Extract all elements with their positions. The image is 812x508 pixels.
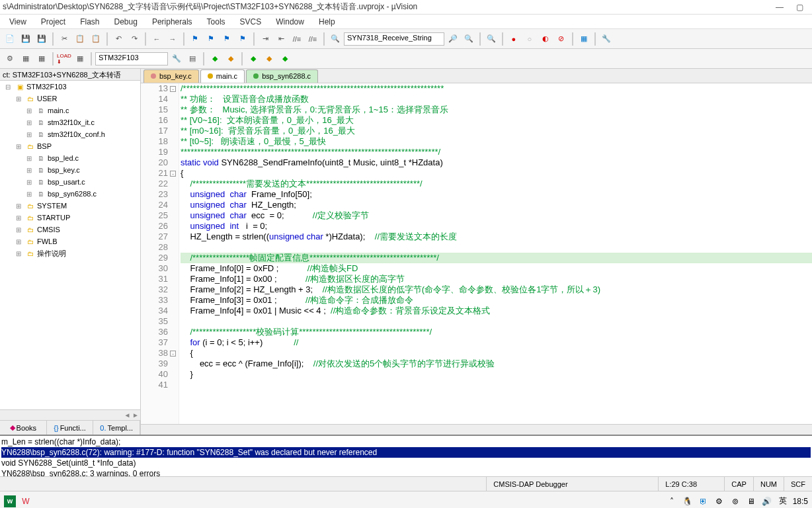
expand-icon[interactable]: ⊞ xyxy=(24,177,34,187)
tray-gear-icon[interactable]: ⚙ xyxy=(713,495,725,507)
code-line[interactable]: /***************************************… xyxy=(181,83,812,94)
expand-icon[interactable]: ⊞ xyxy=(24,165,34,175)
manage-icon[interactable]: ▤ xyxy=(185,52,200,66)
tray-network-icon[interactable]: ⊚ xyxy=(729,495,741,507)
configure-icon[interactable]: 🔧 xyxy=(599,32,614,46)
breakpoint-enable-icon[interactable]: ◐ xyxy=(538,32,553,46)
expand-icon[interactable]: ⊞ xyxy=(13,225,24,234)
code-line[interactable]: /*****************帧固定配置信息***************… xyxy=(181,253,812,263)
code-line[interactable]: Frame_Info[3] = 0x01 ; //构造命令字：合成播放命令 xyxy=(181,295,812,306)
save-icon[interactable]: 💾 xyxy=(19,32,33,46)
code-line[interactable]: ** [m0~16]: 背景音乐音量，0_最小，16_最大 xyxy=(181,126,812,136)
tree-item[interactable]: ⊞🗎bsp_led.c xyxy=(0,152,140,164)
target-options-icon[interactable]: 🔧 xyxy=(169,52,184,66)
tray-time[interactable]: 18:5 xyxy=(793,497,808,506)
code-line[interactable]: /****************需要发送的文本****************… xyxy=(181,179,812,189)
code-line[interactable]: ****************************************… xyxy=(181,147,812,157)
sidebar-tab-templates[interactable]: 0.Templ... xyxy=(93,421,140,435)
target-combo[interactable]: STM32F103 xyxy=(95,52,168,65)
rebuild-icon[interactable]: ▦ xyxy=(34,52,49,66)
minimize-button[interactable]: — xyxy=(770,3,790,12)
code-line[interactable]: Frame_Info[2] = HZ_Length + 3; //构造数据区长度… xyxy=(181,284,812,295)
project-tree[interactable]: ⊟▣STM32F103⊞🗀USER⊞🗎main.c⊞🗎stm32f10x_it.… xyxy=(0,81,140,409)
tree-item[interactable]: ⊟▣STM32F103 xyxy=(0,81,140,93)
code-line[interactable]: Frame_Info[1] = 0x00 ; //构造数据区长度的高字节 xyxy=(181,274,812,284)
expand-icon[interactable]: ⊞ xyxy=(13,201,24,210)
menu-project[interactable]: Project xyxy=(34,16,72,28)
expand-icon[interactable]: ⊞ xyxy=(13,213,24,222)
sidebar-tab-books[interactable]: ◆Books xyxy=(0,421,47,435)
code-line[interactable]: ** 功能： 设置语音合成播放函数 xyxy=(181,94,812,105)
tab-bsp-key[interactable]: bsp_key.c xyxy=(143,69,199,83)
pack-installer-icon[interactable]: ◆ xyxy=(246,52,261,66)
breakpoint-icon[interactable]: ● xyxy=(507,32,521,46)
bookmark-icon[interactable]: ⚑ xyxy=(188,32,202,46)
menu-flash[interactable]: Flash xyxy=(73,16,106,28)
tray-up-icon[interactable]: ˄ xyxy=(666,495,678,507)
code-line[interactable]: unsigned char Frame_Info[50]; xyxy=(181,189,812,200)
window-layout-icon[interactable]: ▦ xyxy=(577,32,591,46)
tray-monitor-icon[interactable]: 🖥 xyxy=(745,495,757,507)
tree-item[interactable]: ⊞🗎stm32f10x_it.c xyxy=(0,116,140,128)
expand-icon[interactable]: ⊞ xyxy=(13,94,24,103)
taskbar-app-icon[interactable]: W xyxy=(4,495,16,507)
expand-icon[interactable]: ⊞ xyxy=(13,142,24,151)
pack-icon2[interactable]: ◆ xyxy=(278,52,292,66)
breakpoint-kill-icon[interactable]: ⊘ xyxy=(554,32,569,46)
menu-peripherals[interactable]: Peripherals xyxy=(145,16,199,28)
select-pack-icon[interactable]: ◆ xyxy=(223,52,238,66)
tree-item[interactable]: ⊞🗎bsp_usart.c xyxy=(0,176,140,188)
code-line[interactable]: ** [V0~16]: 文本朗读音量，0_最小，16_最大 xyxy=(181,115,812,126)
nav-fwd-icon[interactable]: → xyxy=(165,32,180,46)
maximize-button[interactable]: ▢ xyxy=(790,3,809,12)
fold-icon[interactable]: - xyxy=(170,351,176,357)
pack-icon[interactable]: ◆ xyxy=(262,52,276,66)
find-combo[interactable]: SYN7318_Receive_String xyxy=(344,32,444,46)
debug-icon[interactable]: 🔍 xyxy=(484,32,499,46)
expand-icon[interactable]: ⊞ xyxy=(24,189,34,198)
code-line[interactable] xyxy=(181,380,812,390)
outdent-icon[interactable]: ⇤ xyxy=(274,32,288,46)
tray-shield-icon[interactable]: ⛨ xyxy=(698,495,710,507)
code-line[interactable]: static void SYN6288_SendFrameInfo(uint8_… xyxy=(181,157,812,168)
uncomment-icon[interactable]: //≡ xyxy=(305,32,320,46)
code-line[interactable]: ecc = ecc ^ (Frame_Info[i]); //对依次发送的5个帧… xyxy=(181,359,812,369)
code-line[interactable]: ** [t0~5]: 朗读语速，0_最慢，5_最快 xyxy=(181,136,812,147)
tree-item[interactable]: ⊞🗎bsp_syn6288.c xyxy=(0,188,140,200)
batch-build-icon[interactable]: ▦ xyxy=(73,52,87,66)
manage-rte-icon[interactable]: ◆ xyxy=(208,52,222,66)
tree-item[interactable]: ⊞🗀CMSIS xyxy=(0,224,140,235)
expand-icon[interactable]: ⊞ xyxy=(24,130,34,139)
code-line[interactable]: Frame_Info[4] = 0x01 | Music << 4 ; //构造… xyxy=(181,306,812,316)
breakpoint-disable-icon[interactable]: ○ xyxy=(522,32,537,46)
tree-item[interactable]: ⊞🗀BSP xyxy=(0,140,140,152)
tree-item[interactable]: ⊞🗀STARTUP xyxy=(0,212,140,224)
indent-icon[interactable]: ⇥ xyxy=(258,32,272,46)
tree-item[interactable]: ⊞🗀USER xyxy=(0,93,140,105)
bookmark-prev-icon[interactable]: ⚑ xyxy=(204,32,218,46)
tree-item[interactable]: ⊞🗀SYSTEM xyxy=(0,200,140,212)
menu-tools[interactable]: Tools xyxy=(200,16,232,28)
menu-svcs[interactable]: SVCS xyxy=(233,16,268,28)
copy-icon[interactable]: 📋 xyxy=(73,32,87,46)
incremental-find-icon[interactable]: 🔍 xyxy=(462,32,476,46)
tab-bsp-syn6288[interactable]: bsp_syn6288.c xyxy=(246,69,318,83)
nav-back-icon[interactable]: ← xyxy=(149,32,164,46)
find-in-files-icon[interactable]: 🔎 xyxy=(446,32,460,46)
code-editor[interactable]: 13-1415161718192021-22232425262728293031… xyxy=(141,83,812,424)
tray-qq-icon[interactable]: 🐧 xyxy=(682,495,694,507)
build-icon[interactable]: ▦ xyxy=(19,52,33,66)
code-line[interactable]: unsigned int i = 0; xyxy=(181,221,812,232)
expand-icon[interactable]: ⊞ xyxy=(24,118,34,127)
new-icon[interactable]: 📄 xyxy=(3,32,17,46)
tab-main[interactable]: main.c xyxy=(200,69,245,83)
code-line[interactable]: /*******************校验码计算***************… xyxy=(181,327,812,337)
code-line[interactable]: } xyxy=(181,369,812,380)
tree-item[interactable]: ⊞🗎stm32f10x_conf.h xyxy=(0,128,140,140)
code-line[interactable]: Frame_Info[0] = 0xFD ; //构造帧头FD xyxy=(181,263,812,274)
tree-item[interactable]: ⊞🗀操作说明 xyxy=(0,247,140,259)
tray-ime[interactable]: 英 xyxy=(777,495,789,507)
tree-item[interactable]: ⊞🗎bsp_key.c xyxy=(0,164,140,176)
find-icon[interactable]: 🔍 xyxy=(328,32,343,46)
cut-icon[interactable]: ✂ xyxy=(57,32,71,46)
